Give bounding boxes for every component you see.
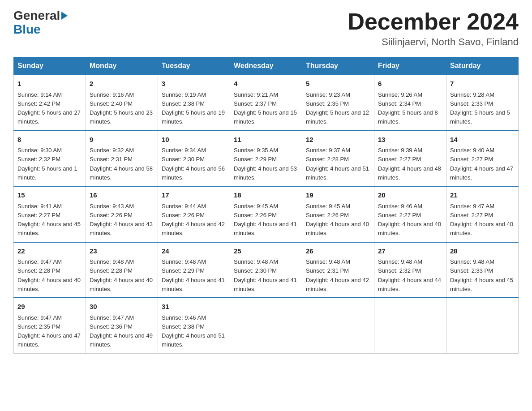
day-info: Sunrise: 9:48 AMSunset: 2:28 PMDaylight:…	[90, 258, 153, 292]
location-subtitle: Siilinjaervi, North Savo, Finland	[348, 36, 519, 48]
calendar-cell: 24 Sunrise: 9:48 AMSunset: 2:29 PMDaylig…	[158, 242, 230, 298]
day-number: 11	[234, 135, 298, 145]
day-info: Sunrise: 9:45 AMSunset: 2:26 PMDaylight:…	[306, 203, 369, 237]
day-number: 29	[17, 302, 82, 312]
day-number: 7	[450, 79, 515, 89]
day-info: Sunrise: 9:28 AMSunset: 2:33 PMDaylight:…	[450, 91, 510, 125]
month-title: December 2024	[348, 9, 519, 34]
weekday-header-sunday: Sunday	[14, 57, 86, 75]
day-number: 17	[162, 190, 226, 201]
day-info: Sunrise: 9:23 AMSunset: 2:35 PMDaylight:…	[306, 91, 369, 125]
calendar-cell	[446, 298, 519, 353]
calendar-cell: 12 Sunrise: 9:37 AMSunset: 2:28 PMDaylig…	[302, 131, 374, 187]
day-info: Sunrise: 9:41 AMSunset: 2:27 PMDaylight:…	[17, 203, 81, 237]
day-info: Sunrise: 9:19 AMSunset: 2:38 PMDaylight:…	[162, 91, 225, 125]
logo-arrow-icon	[61, 12, 68, 20]
logo: General Blue	[13, 9, 68, 37]
day-info: Sunrise: 9:40 AMSunset: 2:27 PMDaylight:…	[450, 147, 513, 181]
calendar-cell: 22 Sunrise: 9:47 AMSunset: 2:28 PMDaylig…	[14, 242, 86, 298]
calendar-cell: 3 Sunrise: 9:19 AMSunset: 2:38 PMDayligh…	[158, 75, 230, 131]
day-info: Sunrise: 9:39 AMSunset: 2:27 PMDaylight:…	[378, 147, 441, 181]
title-block: December 2024 Siilinjaervi, North Savo, …	[348, 9, 519, 48]
calendar-cell: 25 Sunrise: 9:48 AMSunset: 2:30 PMDaylig…	[230, 242, 302, 298]
calendar-cell: 9 Sunrise: 9:32 AMSunset: 2:31 PMDayligh…	[86, 131, 158, 187]
day-info: Sunrise: 9:26 AMSunset: 2:34 PMDaylight:…	[378, 91, 438, 125]
day-info: Sunrise: 9:32 AMSunset: 2:31 PMDaylight:…	[90, 147, 153, 181]
day-info: Sunrise: 9:35 AMSunset: 2:29 PMDaylight:…	[234, 147, 297, 181]
day-info: Sunrise: 9:34 AMSunset: 2:30 PMDaylight:…	[162, 147, 225, 181]
day-info: Sunrise: 9:21 AMSunset: 2:37 PMDaylight:…	[234, 91, 297, 125]
day-info: Sunrise: 9:45 AMSunset: 2:26 PMDaylight:…	[234, 203, 297, 237]
day-number: 25	[234, 246, 298, 257]
calendar-cell: 2 Sunrise: 9:16 AMSunset: 2:40 PMDayligh…	[86, 75, 158, 131]
day-number: 31	[162, 302, 226, 312]
calendar-cell: 18 Sunrise: 9:45 AMSunset: 2:26 PMDaylig…	[230, 186, 302, 242]
calendar-cell: 4 Sunrise: 9:21 AMSunset: 2:37 PMDayligh…	[230, 75, 302, 131]
weekday-header-tuesday: Tuesday	[158, 57, 230, 75]
day-info: Sunrise: 9:48 AMSunset: 2:31 PMDaylight:…	[306, 258, 369, 292]
calendar-table: SundayMondayTuesdayWednesdayThursdayFrid…	[13, 57, 519, 354]
day-number: 9	[90, 135, 154, 145]
calendar-cell: 28 Sunrise: 9:48 AMSunset: 2:33 PMDaylig…	[446, 242, 519, 298]
day-number: 30	[90, 302, 154, 312]
calendar-cell: 14 Sunrise: 9:40 AMSunset: 2:27 PMDaylig…	[446, 131, 519, 187]
day-number: 14	[450, 135, 515, 145]
calendar-cell: 23 Sunrise: 9:48 AMSunset: 2:28 PMDaylig…	[86, 242, 158, 298]
day-info: Sunrise: 9:48 AMSunset: 2:29 PMDaylight:…	[162, 258, 225, 292]
day-number: 21	[450, 190, 515, 201]
day-number: 16	[90, 190, 154, 201]
day-info: Sunrise: 9:30 AMSunset: 2:32 PMDaylight:…	[17, 147, 77, 181]
calendar-cell: 30 Sunrise: 9:47 AMSunset: 2:36 PMDaylig…	[86, 298, 158, 353]
calendar-cell: 6 Sunrise: 9:26 AMSunset: 2:34 PMDayligh…	[374, 75, 446, 131]
day-number: 12	[306, 135, 370, 145]
day-number: 10	[162, 135, 226, 145]
weekday-header-thursday: Thursday	[302, 57, 374, 75]
day-info: Sunrise: 9:47 AMSunset: 2:35 PMDaylight:…	[17, 314, 81, 348]
calendar-cell: 17 Sunrise: 9:44 AMSunset: 2:26 PMDaylig…	[158, 186, 230, 242]
day-info: Sunrise: 9:46 AMSunset: 2:38 PMDaylight:…	[162, 314, 225, 348]
day-number: 1	[17, 79, 82, 89]
day-number: 22	[17, 246, 82, 257]
day-number: 19	[306, 190, 370, 201]
day-number: 2	[90, 79, 154, 89]
weekday-header-friday: Friday	[374, 57, 446, 75]
weekday-header-monday: Monday	[86, 57, 158, 75]
day-number: 28	[450, 246, 515, 257]
weekday-header-wednesday: Wednesday	[230, 57, 302, 75]
day-info: Sunrise: 9:48 AMSunset: 2:33 PMDaylight:…	[450, 258, 513, 292]
day-number: 6	[378, 79, 442, 89]
day-number: 5	[306, 79, 370, 89]
calendar-cell: 27 Sunrise: 9:48 AMSunset: 2:32 PMDaylig…	[374, 242, 446, 298]
logo-blue: Blue	[13, 23, 68, 37]
calendar-cell: 5 Sunrise: 9:23 AMSunset: 2:35 PMDayligh…	[302, 75, 374, 131]
calendar-cell	[230, 298, 302, 353]
calendar-cell	[302, 298, 374, 353]
day-number: 26	[306, 246, 370, 257]
day-number: 23	[90, 246, 154, 257]
day-number: 18	[234, 190, 298, 201]
day-info: Sunrise: 9:37 AMSunset: 2:28 PMDaylight:…	[306, 147, 369, 181]
day-number: 4	[234, 79, 298, 89]
calendar-cell: 8 Sunrise: 9:30 AMSunset: 2:32 PMDayligh…	[14, 131, 86, 187]
day-info: Sunrise: 9:47 AMSunset: 2:36 PMDaylight:…	[90, 314, 153, 348]
day-number: 8	[17, 135, 82, 145]
day-number: 24	[162, 246, 226, 257]
calendar-cell: 11 Sunrise: 9:35 AMSunset: 2:29 PMDaylig…	[230, 131, 302, 187]
day-info: Sunrise: 9:14 AMSunset: 2:42 PMDaylight:…	[17, 91, 81, 125]
calendar-cell: 31 Sunrise: 9:46 AMSunset: 2:38 PMDaylig…	[158, 298, 230, 353]
day-info: Sunrise: 9:47 AMSunset: 2:28 PMDaylight:…	[17, 258, 81, 292]
page-header: General Blue December 2024 Siilinjaervi,…	[13, 9, 519, 48]
day-number: 13	[378, 135, 442, 145]
calendar-cell: 21 Sunrise: 9:47 AMSunset: 2:27 PMDaylig…	[446, 186, 519, 242]
day-info: Sunrise: 9:43 AMSunset: 2:26 PMDaylight:…	[90, 203, 153, 237]
day-info: Sunrise: 9:48 AMSunset: 2:32 PMDaylight:…	[378, 258, 441, 292]
day-info: Sunrise: 9:47 AMSunset: 2:27 PMDaylight:…	[450, 203, 513, 237]
logo-general: General	[13, 9, 60, 23]
calendar-cell	[374, 298, 446, 353]
calendar-cell: 10 Sunrise: 9:34 AMSunset: 2:30 PMDaylig…	[158, 131, 230, 187]
calendar-cell: 26 Sunrise: 9:48 AMSunset: 2:31 PMDaylig…	[302, 242, 374, 298]
day-info: Sunrise: 9:16 AMSunset: 2:40 PMDaylight:…	[90, 91, 153, 125]
calendar-cell: 15 Sunrise: 9:41 AMSunset: 2:27 PMDaylig…	[14, 186, 86, 242]
calendar-cell: 19 Sunrise: 9:45 AMSunset: 2:26 PMDaylig…	[302, 186, 374, 242]
calendar-cell: 13 Sunrise: 9:39 AMSunset: 2:27 PMDaylig…	[374, 131, 446, 187]
